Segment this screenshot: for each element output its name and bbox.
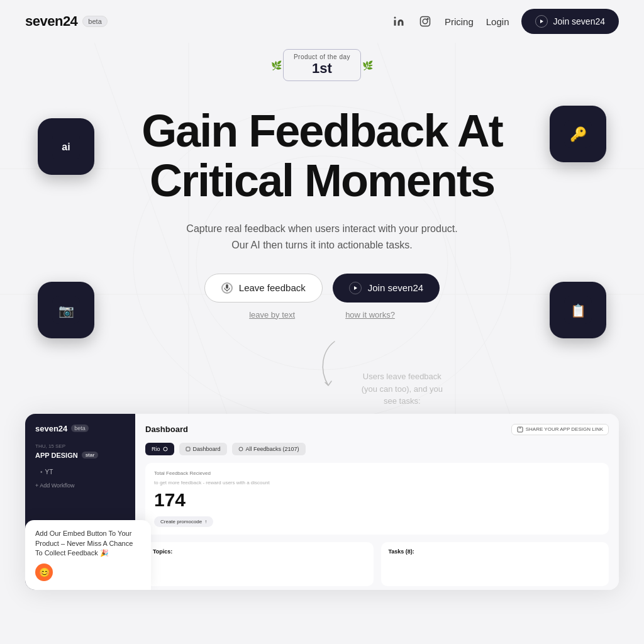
hero-content: Product of the day 1st Gain Feedback At … bbox=[25, 49, 619, 414]
hero-title-line1: Gain Feedback At bbox=[142, 106, 502, 156]
join-hero-button[interactable]: Join seven24 bbox=[333, 274, 440, 303]
svg-rect-1 bbox=[420, 17, 430, 26]
play-icon-hero bbox=[349, 282, 362, 294]
beta-badge: beta bbox=[82, 16, 107, 27]
mockup-stat-label: Total Feedback Recieved bbox=[154, 470, 600, 476]
tooltip-text: Add Our Embed Button To Your Product – N… bbox=[35, 529, 141, 558]
svg-marker-23 bbox=[354, 286, 357, 290]
cta-row: Leave feedback Join seven24 bbox=[25, 274, 619, 303]
mockup-stats-row: Total Feedback Recieved to get more feed… bbox=[145, 463, 609, 535]
leave-feedback-button[interactable]: Leave feedback bbox=[204, 274, 323, 303]
mockup-stat-card: Total Feedback Recieved to get more feed… bbox=[145, 463, 609, 535]
mockup-app-name: APP DESIGN star bbox=[35, 452, 125, 459]
hero-subtitle: Capture real feedback when users interac… bbox=[25, 221, 619, 253]
svg-point-26 bbox=[164, 447, 167, 451]
login-link[interactable]: Login bbox=[486, 16, 509, 27]
mockup-tabs: Rio Dashboard All Feedbacks (2107) bbox=[145, 443, 609, 455]
subtitle-line2: Our AI then turns it into actionable tas… bbox=[231, 240, 412, 250]
mockup-topics-title: Topics: bbox=[153, 548, 366, 555]
svg-rect-21 bbox=[226, 284, 228, 289]
badge-num: 1st bbox=[312, 60, 332, 77]
mockup-beta-badge: beta bbox=[71, 425, 89, 432]
sub-links: leave by text how it works? bbox=[25, 310, 619, 319]
leave-by-text-link[interactable]: leave by text bbox=[249, 310, 295, 319]
instagram-icon[interactable] bbox=[418, 14, 432, 28]
svg-rect-27 bbox=[186, 447, 190, 451]
subtitle-line1: Capture real feedback when users interac… bbox=[186, 223, 457, 234]
mockup-stat-sub: to get more feedback - reward users with… bbox=[154, 480, 600, 486]
svg-point-2 bbox=[423, 19, 428, 24]
join-hero-label: Join seven24 bbox=[368, 282, 423, 293]
navbar: seven24 beta Pricing Login Join seven24 bbox=[0, 0, 644, 43]
mockup-promo-button[interactable]: Create promocode ↑ bbox=[154, 516, 213, 527]
svg-point-3 bbox=[427, 18, 428, 19]
mockup-topics-card: Topics: bbox=[145, 542, 374, 586]
tooltip-emoji-button[interactable]: 😊 bbox=[35, 564, 53, 581]
hero-section: ai 🔑 📷 📋 Product of the day 1st Gain bbox=[0, 43, 644, 414]
svg-point-0 bbox=[394, 17, 396, 19]
embed-tooltip: Add Our Embed Button To Your Product – N… bbox=[25, 520, 151, 589]
dashboard-mockup: seven24 beta THU, 15 SEP APP DESIGN star… bbox=[25, 414, 619, 590]
mockup-bottom-row: Topics: Tasks (8): bbox=[145, 542, 609, 586]
hero-title-line2: Critical Moments bbox=[150, 155, 494, 206]
mic-icon bbox=[221, 282, 233, 294]
annotation-area: Users leave feedback(you can too), and y… bbox=[25, 338, 619, 414]
mockup-main: Dashboard SHARE YOUR APP DESIGN LINK Rio… bbox=[135, 414, 619, 590]
annotation-text: Users leave feedback(you can too), and y… bbox=[362, 370, 443, 408]
mockup-date: THU, 15 SEP bbox=[35, 443, 125, 449]
mockup-tab-dashboard[interactable]: Dashboard bbox=[179, 443, 227, 455]
mockup-tasks-card: Tasks (8): bbox=[381, 542, 609, 586]
mockup-add-workflow[interactable]: + Add Workflow bbox=[35, 482, 125, 489]
mockup-dashboard-title: Dashboard bbox=[145, 425, 188, 434]
leave-feedback-label: Leave feedback bbox=[239, 282, 306, 293]
mockup-logo-text: seven24 bbox=[35, 424, 67, 433]
product-badge: Product of the day 1st bbox=[283, 49, 361, 81]
mockup-logo: seven24 beta bbox=[35, 424, 125, 433]
logo-area: seven24 beta bbox=[25, 13, 108, 30]
mockup-tasks-title: Tasks (8): bbox=[389, 548, 602, 555]
mockup-stat-num: 174 bbox=[154, 491, 600, 509]
hero-title: Gain Feedback At Critical Moments bbox=[108, 106, 536, 206]
linkedin-icon[interactable] bbox=[392, 14, 406, 28]
mockup-star: star bbox=[82, 452, 99, 458]
join-nav-button[interactable]: Join seven24 bbox=[521, 9, 619, 34]
svg-point-28 bbox=[239, 447, 243, 451]
join-nav-label: Join seven24 bbox=[553, 16, 605, 26]
mockup-yt-item: • YT bbox=[35, 467, 125, 477]
mockup-share-button[interactable]: SHARE YOUR APP DESIGN LINK bbox=[511, 424, 609, 435]
logo-text: seven24 bbox=[25, 13, 77, 30]
mockup-tab-rio[interactable]: Rio bbox=[145, 443, 174, 455]
how-it-works-link[interactable]: how it works? bbox=[345, 310, 395, 319]
play-icon-nav bbox=[535, 15, 548, 28]
svg-marker-4 bbox=[540, 19, 543, 23]
mockup-tab-feedbacks[interactable]: All Feedbacks (2107) bbox=[232, 443, 306, 455]
nav-right: Pricing Login Join seven24 bbox=[392, 9, 619, 34]
pricing-link[interactable]: Pricing bbox=[445, 16, 474, 27]
mockup-header: Dashboard SHARE YOUR APP DESIGN LINK bbox=[145, 424, 609, 435]
badge-top-text: Product of the day bbox=[294, 53, 350, 60]
